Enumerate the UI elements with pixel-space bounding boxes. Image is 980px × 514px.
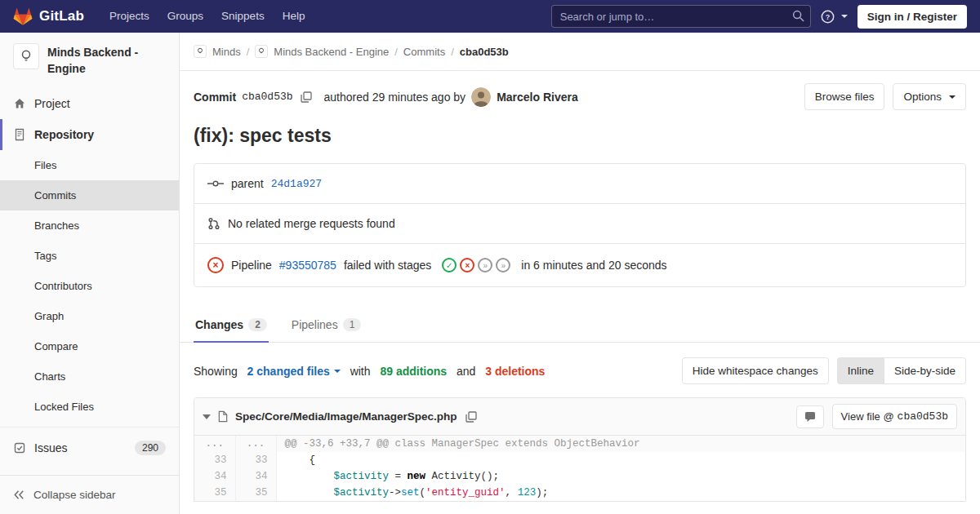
inline-view-button[interactable]: Inline (837, 357, 884, 384)
diff-line-row: 3434 $activity = new Activity(); (194, 468, 965, 485)
project-title: Minds Backend - Engine (47, 43, 166, 78)
angle-double-left-icon (13, 489, 25, 501)
nav-item-help[interactable]: Help (274, 0, 314, 33)
comment-icon (804, 411, 816, 423)
main-content: Minds / Minds Backend - Engine / Commits… (180, 33, 980, 514)
project-context-header[interactable]: Minds Backend - Engine (0, 33, 179, 88)
changed-files-dropdown[interactable]: 2 changed files (247, 365, 341, 378)
options-dropdown-button[interactable]: Options (893, 83, 966, 110)
gitlab-home-link[interactable]: GitLab (13, 7, 84, 26)
navbar-right: ? Sign in / Register (551, 5, 967, 29)
sidebar-item-contributors[interactable]: Contributors (0, 271, 179, 301)
breadcrumb-separator: / (451, 46, 454, 58)
browse-files-button[interactable]: Browse files (804, 83, 885, 110)
lightbulb-icon (257, 47, 265, 55)
project-avatar (255, 45, 268, 58)
commit-sha: cba0d53b (242, 91, 292, 103)
copy-sha-button[interactable] (299, 90, 314, 104)
tab-pipelines[interactable]: Pipelines 1 (290, 308, 363, 343)
side-by-side-view-button[interactable]: Side-by-side (884, 357, 966, 384)
commit-label: Commit (194, 91, 236, 104)
pipeline-id-link[interactable]: #93550785 (279, 259, 336, 272)
diff-line-number[interactable]: 35 (194, 485, 235, 501)
toggle-file-comments-button[interactable] (796, 405, 824, 428)
hunk-header-text: @@ -33,6 +33,7 @@ class ManagerSpec exte… (276, 436, 965, 452)
nav-item-snippets[interactable]: Snippets (212, 0, 274, 33)
hide-whitespace-button[interactable]: Hide whitespace changes (682, 357, 829, 384)
diff-line-number[interactable]: 33 (235, 452, 276, 468)
author-avatar[interactable] (471, 87, 491, 107)
svg-text:?: ? (825, 12, 829, 20)
diff-code-cell: { (276, 452, 965, 468)
sidebar-item-files[interactable]: Files (0, 150, 179, 180)
pipeline-stage-success-icon[interactable] (442, 258, 457, 273)
diff-file-path[interactable]: Spec/Core/Media/Image/ManagerSpec.php (235, 410, 457, 423)
merge-request-row: No related merge requests found (194, 203, 965, 243)
merge-request-icon (207, 217, 220, 230)
commit-header: Commit cba0d53b authored 29 minutes ago … (180, 71, 980, 118)
view-file-button[interactable]: View file @ cba0d53b (832, 404, 957, 429)
sidebar-item-project[interactable]: Project (0, 88, 179, 119)
tab-changes-label: Changes (195, 318, 243, 331)
help-dropdown[interactable]: ? (821, 10, 848, 24)
collapse-sidebar-button[interactable]: Collapse sidebar (0, 475, 179, 514)
hunk-new-ln: ... (235, 436, 276, 452)
sidebar-item-branches[interactable]: Branches (0, 210, 179, 241)
pipeline-stage-failed-icon[interactable] (460, 258, 474, 273)
sidebar-item-charts[interactable]: Charts (0, 361, 179, 392)
sidebar-item-compare[interactable]: Compare (0, 331, 179, 361)
sidebar-divider (0, 427, 179, 428)
group-avatar (194, 45, 207, 58)
collapse-diff-caret[interactable] (203, 414, 211, 419)
sidebar-item-commits[interactable]: Commits (0, 180, 179, 210)
diff-view-controls: Hide whitespace changes Inline Side-by-s… (682, 357, 966, 384)
view-file-sha: cba0d53b (898, 410, 948, 423)
view-file-label: View file @ (841, 410, 894, 423)
sidebar-item-repository[interactable]: Repository (0, 119, 179, 150)
diff-code-cell: $activity->set('entity_guid', 123); (276, 485, 965, 501)
parent-sha-link[interactable]: 24d1a927 (271, 178, 322, 190)
diff-table: ... ... @@ -33,6 +33,7 @@ class ManagerS… (194, 436, 965, 501)
pipeline-stage-skipped-icon[interactable] (496, 258, 510, 273)
breadcrumb-separator: / (394, 46, 398, 58)
breadcrumb-separator: / (247, 46, 250, 58)
diff-line-number[interactable]: 34 (194, 468, 235, 485)
commit-icon (207, 178, 224, 189)
additions-count: 89 additions (380, 365, 447, 378)
sidebar-item-issues[interactable]: Issues 290 (0, 432, 179, 463)
pipeline-row: Pipeline #93550785 failed with stages in… (194, 243, 965, 286)
pipeline-label: Pipeline (231, 259, 272, 272)
gitlab-tanuki-icon (13, 7, 33, 26)
sidebar-item-label: Repository (34, 128, 94, 141)
diff-line-number[interactable]: 34 (235, 468, 276, 485)
sign-in-button[interactable]: Sign in / Register (858, 5, 967, 29)
diff-line-row: 3333 { (194, 452, 965, 468)
sidebar-item-graph[interactable]: Graph (0, 301, 179, 331)
chevron-down-icon (334, 370, 341, 373)
copy-icon (301, 91, 312, 103)
main-nav: Projects Groups Snippets Help (100, 0, 314, 33)
nav-item-projects[interactable]: Projects (100, 0, 158, 33)
author-name-link[interactable]: Marcelo Rivera (497, 91, 578, 104)
breadcrumb-minds[interactable]: Minds (212, 46, 241, 58)
diff-line-number[interactable]: 33 (194, 452, 235, 468)
nav-item-groups[interactable]: Groups (158, 0, 212, 33)
pipeline-stage-skipped-icon[interactable] (478, 258, 492, 273)
breadcrumb-current-sha: cba0d53b (460, 46, 509, 58)
file-icon (217, 410, 229, 423)
sidebar-item-tags[interactable]: Tags (0, 241, 179, 271)
breadcrumb-commits[interactable]: Commits (403, 46, 445, 58)
tab-changes[interactable]: Changes 2 (194, 308, 269, 343)
search-input[interactable] (551, 5, 811, 28)
sidebar-item-locked-files[interactable]: Locked Files (0, 392, 179, 422)
diff-line-row: 3535 $activity->set('entity_guid', 123); (194, 485, 965, 501)
breadcrumb-project[interactable]: Minds Backend - Engine (274, 46, 389, 58)
home-icon (13, 97, 26, 110)
person-icon (471, 87, 491, 107)
chevron-down-icon (841, 15, 848, 18)
copy-file-path-button[interactable] (464, 410, 479, 424)
hunk-old-ln: ... (194, 436, 235, 452)
diff-line-number[interactable]: 35 (235, 485, 276, 501)
view-mode-segmented-control: Inline Side-by-side (837, 357, 966, 384)
tab-pipelines-label: Pipelines (292, 318, 338, 331)
